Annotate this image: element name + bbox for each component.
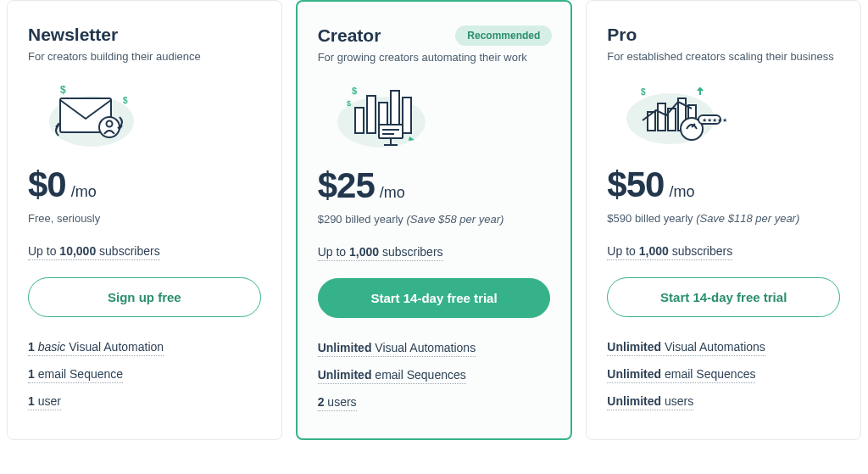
plan-title: Pro [607, 25, 840, 45]
svg-rect-8 [367, 96, 376, 133]
svg-text:$: $ [60, 84, 66, 96]
feature-item: Unlimited email Sequences [607, 367, 755, 383]
price-row: $25 /mo [318, 165, 551, 206]
start-trial-button[interactable]: Start 14-day free trial [607, 277, 840, 317]
plan-subtitle: For growing creators automating their wo… [318, 51, 551, 64]
feature-item: 1 basic Visual Automation [28, 340, 164, 356]
svg-text:$: $ [123, 96, 128, 105]
price-value: $50 [607, 165, 664, 205]
svg-text:$: $ [352, 86, 357, 96]
plan-newsletter: Newsletter For creators building their a… [7, 0, 282, 440]
svg-text:$: $ [347, 99, 351, 108]
subscribers-line: Up to 1,000 subscribers [318, 245, 443, 261]
plan-pro: Pro For established creators scaling the… [586, 0, 861, 440]
svg-text:$: $ [641, 87, 646, 97]
creator-illustration-icon: $ $ [318, 75, 445, 152]
svg-rect-7 [355, 108, 364, 133]
svg-rect-11 [403, 98, 411, 133]
price-note: $290 billed yearly (Save $58 per year) [318, 213, 551, 226]
price-value: $25 [318, 165, 375, 206]
feature-item: 2 users [318, 395, 357, 411]
subscribers-line: Up to 10,000 subscribers [28, 244, 160, 260]
price-row: $0 /mo [28, 165, 261, 205]
newsletter-illustration-icon: $ $ [28, 75, 155, 151]
price-per: /mo [380, 184, 405, 202]
pricing-plans-row: Newsletter For creators building their a… [0, 0, 868, 440]
price-note: Free, seriously [28, 212, 261, 225]
svg-text:★★★★★: ★★★★★ [702, 117, 727, 123]
subscribers-line: Up to 1,000 subscribers [607, 244, 732, 260]
start-trial-button[interactable]: Start 14-day free trial [318, 278, 551, 318]
signup-free-button[interactable]: Sign up free [28, 277, 261, 317]
feature-item: Unlimited Visual Automations [607, 340, 765, 356]
plan-title: Newsletter [28, 25, 261, 45]
feature-item: 1 user [28, 394, 61, 410]
feature-item: Unlimited users [607, 394, 693, 410]
svg-rect-12 [379, 125, 403, 138]
plan-subtitle: For established creators scaling their b… [607, 50, 840, 63]
price-per: /mo [71, 183, 97, 201]
svg-rect-21 [658, 103, 665, 131]
feature-item: Unlimited email Sequences [318, 368, 466, 384]
price-per: /mo [669, 183, 694, 201]
price-note: $590 billed yearly (Save $118 per year) [607, 212, 840, 225]
feature-item: 1 email Sequence [28, 367, 123, 383]
plan-subtitle: For creators building their audience [28, 50, 261, 63]
price-row: $50 /mo [607, 165, 840, 205]
feature-item: Unlimited Visual Automations [318, 341, 476, 357]
price-value: $0 [28, 165, 66, 205]
recommended-badge: Recommended [455, 25, 552, 46]
pro-illustration-icon: ★★★★★ $ [607, 75, 734, 151]
plan-creator: Recommended Creator For growing creators… [296, 0, 573, 440]
